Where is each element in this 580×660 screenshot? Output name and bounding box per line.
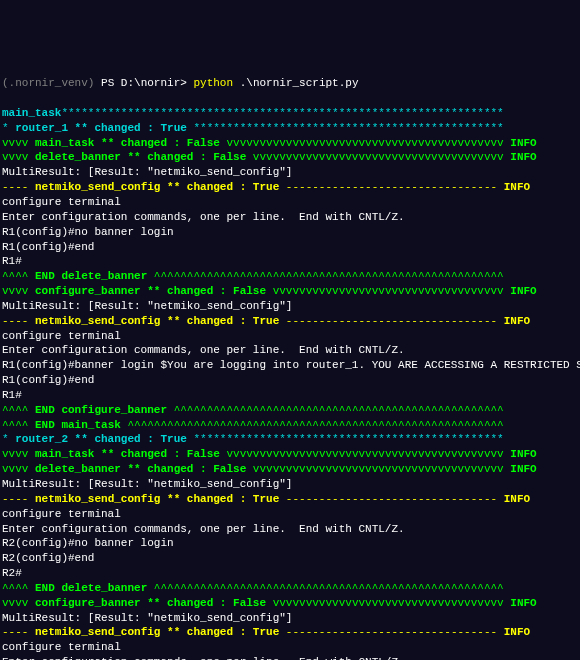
output-segment: ^^^^ xyxy=(2,404,35,416)
output-line: MultiResult: [Result: "netmiko_send_conf… xyxy=(2,165,578,180)
output-segment: MultiResult: [Result: "netmiko_send_conf… xyxy=(2,478,292,490)
output-line: ---- netmiko_send_config ** changed : Tr… xyxy=(2,314,578,329)
output-segment: R1(config)#end xyxy=(2,374,94,386)
path: D:\nornir> xyxy=(121,77,194,89)
output-line: ^^^^ END main_task ^^^^^^^^^^^^^^^^^^^^^… xyxy=(2,418,578,433)
output-line: configure terminal xyxy=(2,640,578,655)
output-segment: delete_banner ** changed : False xyxy=(35,463,246,475)
output-segment: R1(config)#no banner login xyxy=(2,226,174,238)
output-segment: vvvvvvvvvvvvvvvvvvvvvvvvvvvvvvvvvvvvvvvv… xyxy=(220,448,510,460)
output-segment: -------------------------------- xyxy=(279,493,503,505)
output-line: vvvv main_task ** changed : False vvvvvv… xyxy=(2,136,578,151)
output-segment: ^^^^^^^^^^^^^^^^^^^^^^^^^^^^^^^^^^^^^^^^… xyxy=(147,582,503,594)
output-segment: INFO xyxy=(510,137,536,149)
output-line: vvvv configure_banner ** changed : False… xyxy=(2,284,578,299)
output-segment: MultiResult: [Result: "netmiko_send_conf… xyxy=(2,612,292,624)
output-line: ^^^^ END delete_banner ^^^^^^^^^^^^^^^^^… xyxy=(2,269,578,284)
output-segment: INFO xyxy=(510,597,536,609)
output-line: R2# xyxy=(2,566,578,581)
output-line: ^^^^ END delete_banner ^^^^^^^^^^^^^^^^^… xyxy=(2,581,578,596)
output-segment: MultiResult: [Result: "netmiko_send_conf… xyxy=(2,300,292,312)
output-line: main_task*******************************… xyxy=(2,106,578,121)
output-segment: ****************************************… xyxy=(61,107,503,119)
output-segment: Enter configuration commands, one per li… xyxy=(2,344,405,356)
terminal-output: (.nornir_venv) PS D:\nornir> python .\no… xyxy=(2,61,578,660)
output-segment: delete_banner ** changed : False xyxy=(35,151,246,163)
output-segment: INFO xyxy=(510,151,536,163)
output-line: ---- netmiko_send_config ** changed : Tr… xyxy=(2,180,578,195)
output-line: ^^^^ END configure_banner ^^^^^^^^^^^^^^… xyxy=(2,403,578,418)
output-segment: INFO xyxy=(504,493,530,505)
output-line: configure terminal xyxy=(2,507,578,522)
output-line: Enter configuration commands, one per li… xyxy=(2,522,578,537)
output-segment: vvvvvvvvvvvvvvvvvvvvvvvvvvvvvvvvvvv xyxy=(266,597,510,609)
output-segment: configure_banner ** changed : False xyxy=(35,597,266,609)
output-segment: * xyxy=(2,433,15,445)
output-segment: INFO xyxy=(504,315,530,327)
output-line: ---- netmiko_send_config ** changed : Tr… xyxy=(2,492,578,507)
output-segment: ---- xyxy=(2,493,35,505)
output-segment: R1(config)#end xyxy=(2,241,94,253)
output-segment: main_task ** changed : False xyxy=(35,137,220,149)
output-line: R1(config)#banner login $You are logging… xyxy=(2,358,578,373)
output-line: Enter configuration commands, one per li… xyxy=(2,655,578,660)
output-segment: ^^^^ xyxy=(2,582,35,594)
output-segment: ---- xyxy=(2,315,35,327)
output-segment: END main_task xyxy=(35,419,121,431)
output-segment: ---- xyxy=(2,626,35,638)
output-segment: INFO xyxy=(504,626,530,638)
output-segment: R2(config)#end xyxy=(2,552,94,564)
output-segment: router_2 ** changed : True xyxy=(15,433,187,445)
output-segment: router_1 ** changed : True xyxy=(15,122,187,134)
venv-indicator: (.nornir_venv) xyxy=(2,77,101,89)
prompt-line[interactable]: (.nornir_venv) PS D:\nornir> python .\no… xyxy=(2,76,578,91)
output-segment: vvvvvvvvvvvvvvvvvvvvvvvvvvvvvvvvvvvvvvvv… xyxy=(220,137,510,149)
output-line: Enter configuration commands, one per li… xyxy=(2,210,578,225)
command: python xyxy=(193,77,239,89)
output-segment: Enter configuration commands, one per li… xyxy=(2,656,405,660)
command-arg: .\nornir_script.py xyxy=(240,77,359,89)
output-segment: vvvvvvvvvvvvvvvvvvvvvvvvvvvvvvvvvvvvvv xyxy=(246,151,510,163)
output-segment: configure terminal xyxy=(2,330,121,342)
output-segment: END delete_banner xyxy=(35,270,147,282)
output-segment: -------------------------------- xyxy=(279,626,503,638)
output-segment: netmiko_send_config ** changed : True xyxy=(35,626,279,638)
output-segment: R1# xyxy=(2,389,22,401)
output-line: Enter configuration commands, one per li… xyxy=(2,343,578,358)
output-segment: END delete_banner xyxy=(35,582,147,594)
output-line: R1# xyxy=(2,254,578,269)
output-segment: vvvvvvvvvvvvvvvvvvvvvvvvvvvvvvvvvvvvvv xyxy=(246,463,510,475)
output-segment: INFO xyxy=(510,448,536,460)
output-line: R1(config)#end xyxy=(2,373,578,388)
output-segment: configure terminal xyxy=(2,508,121,520)
output-segment: vvvv xyxy=(2,448,35,460)
output-segment: INFO xyxy=(510,463,536,475)
output-line: R2(config)#end xyxy=(2,551,578,566)
output-segment: main_task xyxy=(2,107,61,119)
output-segment: INFO xyxy=(504,181,530,193)
output-segment: END configure_banner xyxy=(35,404,167,416)
output-line: * router_1 ** changed : True ***********… xyxy=(2,121,578,136)
output-segment: ---- xyxy=(2,181,35,193)
output-line: MultiResult: [Result: "netmiko_send_conf… xyxy=(2,477,578,492)
output-segment: ****************************************… xyxy=(187,122,504,134)
ps-prefix: PS xyxy=(101,77,121,89)
output-lines: main_task*******************************… xyxy=(2,106,578,660)
output-line: R1# xyxy=(2,388,578,403)
output-segment: vvvv xyxy=(2,285,35,297)
output-line: vvvv configure_banner ** changed : False… xyxy=(2,596,578,611)
output-segment: netmiko_send_config ** changed : True xyxy=(35,315,279,327)
output-segment: R2(config)#no banner login xyxy=(2,537,174,549)
output-line: vvvv delete_banner ** changed : False vv… xyxy=(2,150,578,165)
output-line: ---- netmiko_send_config ** changed : Tr… xyxy=(2,625,578,640)
output-segment: * xyxy=(2,122,15,134)
output-segment: vvvv xyxy=(2,151,35,163)
output-segment: R2# xyxy=(2,567,22,579)
output-segment: netmiko_send_config ** changed : True xyxy=(35,181,279,193)
output-segment: vvvv xyxy=(2,137,35,149)
output-segment: Enter configuration commands, one per li… xyxy=(2,523,405,535)
output-segment: ^^^^ xyxy=(2,270,35,282)
output-line: MultiResult: [Result: "netmiko_send_conf… xyxy=(2,299,578,314)
output-segment: configure_banner ** changed : False xyxy=(35,285,266,297)
output-line: configure terminal xyxy=(2,195,578,210)
